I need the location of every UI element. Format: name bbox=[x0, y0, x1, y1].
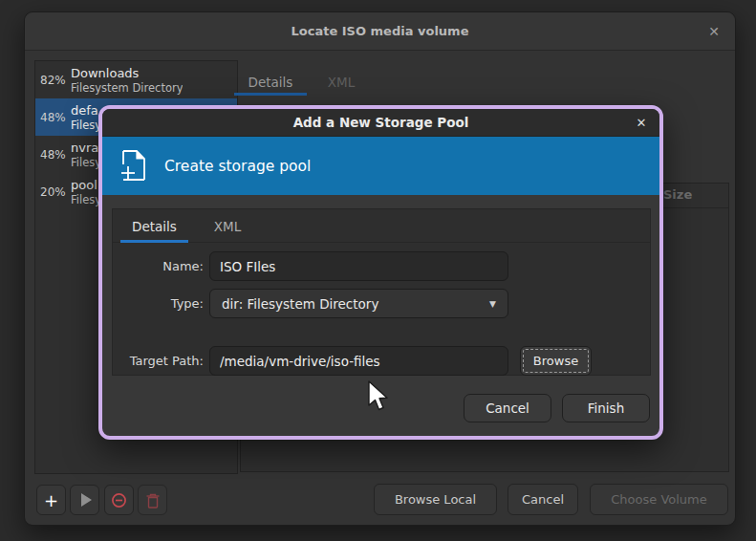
pool-type: Filesy bbox=[71, 119, 101, 132]
plus-icon: + bbox=[44, 490, 58, 510]
dialog-notebook: Details XML Name: Type: dir: Filesystem … bbox=[112, 208, 651, 376]
dialog-finish-label: Finish bbox=[588, 400, 624, 416]
pool-row-downloads[interactable]: 82% Downloads Filesystem Directory bbox=[35, 61, 237, 98]
tab-details[interactable]: Details bbox=[234, 72, 307, 93]
dialog-cancel-label: Cancel bbox=[486, 400, 529, 416]
window-titlebar[interactable]: Locate ISO media volume bbox=[25, 12, 735, 51]
play-icon bbox=[81, 493, 92, 507]
screen: Locate ISO media volume ✕ 82% Downloads … bbox=[0, 0, 756, 541]
pool-usage-percent: 48% bbox=[35, 111, 71, 124]
cancel-label: Cancel bbox=[522, 492, 564, 507]
active-tab-underline bbox=[234, 93, 307, 96]
name-input[interactable] bbox=[209, 251, 508, 281]
close-icon[interactable]: ✕ bbox=[705, 23, 723, 40]
pool-usage-percent: 82% bbox=[35, 74, 71, 87]
name-label: Name: bbox=[113, 251, 204, 281]
browse-local-button[interactable]: Browse Local bbox=[374, 484, 497, 515]
dialog-tab-details[interactable]: Details bbox=[120, 216, 188, 237]
pool-type: Filesystem Directory bbox=[71, 81, 183, 95]
delete-pool-button[interactable] bbox=[138, 485, 167, 515]
choose-volume-button: Choose Volume bbox=[590, 484, 728, 515]
dialog-tab-xml[interactable]: XML bbox=[205, 216, 250, 237]
dialog-titlebar[interactable]: Add a New Storage Pool bbox=[102, 109, 659, 137]
pool-name: Downloads bbox=[71, 66, 183, 81]
dialog-close-icon[interactable]: ✕ bbox=[633, 115, 650, 132]
pool-name: defa bbox=[71, 103, 101, 119]
new-document-icon bbox=[119, 149, 148, 184]
choose-volume-label: Choose Volume bbox=[611, 492, 706, 507]
target-path-label: Target Path: bbox=[113, 346, 204, 376]
pool-name: pool bbox=[71, 178, 101, 193]
window-cancel-button[interactable]: Cancel bbox=[508, 484, 578, 515]
window-title: Locate ISO media volume bbox=[292, 24, 469, 38]
pool-name: nvra bbox=[71, 141, 101, 156]
tab-xml[interactable]: XML bbox=[313, 72, 370, 93]
start-pool-button[interactable] bbox=[70, 485, 99, 515]
browse-local-label: Browse Local bbox=[395, 492, 476, 507]
dialog-finish-button[interactable]: Finish bbox=[562, 394, 650, 422]
pool-type: Filesy bbox=[71, 193, 101, 206]
pool-type: Filesy bbox=[71, 156, 101, 169]
circle-minus-icon bbox=[111, 492, 127, 509]
create-pool-banner: Create storage pool bbox=[102, 137, 659, 195]
dialog-cancel-button[interactable]: Cancel bbox=[464, 394, 551, 422]
browse-button[interactable]: Browse bbox=[520, 346, 592, 376]
browse-label: Browse bbox=[533, 354, 578, 368]
stop-pool-button[interactable] bbox=[104, 485, 134, 515]
dialog-title: Add a New Storage Pool bbox=[293, 115, 469, 130]
size-column-header: Size bbox=[663, 187, 692, 202]
type-label: Type: bbox=[113, 289, 204, 318]
type-dropdown[interactable]: dir: Filesystem Directory ▼ bbox=[209, 289, 508, 318]
banner-text: Create storage pool bbox=[164, 158, 311, 175]
pool-usage-percent: 20% bbox=[35, 185, 71, 199]
add-storage-pool-dialog: Add a New Storage Pool ✕ Create storage … bbox=[98, 105, 663, 440]
target-path-input[interactable] bbox=[209, 346, 508, 376]
dialog-tabbar: Details XML bbox=[113, 209, 650, 243]
add-pool-button[interactable]: + bbox=[36, 485, 66, 515]
type-dropdown-value: dir: Filesystem Directory bbox=[222, 296, 378, 312]
trash-icon bbox=[145, 492, 161, 509]
dialog-active-tab-underline bbox=[120, 240, 188, 243]
chevron-down-icon: ▼ bbox=[489, 299, 496, 309]
pool-usage-percent: 48% bbox=[35, 148, 71, 162]
